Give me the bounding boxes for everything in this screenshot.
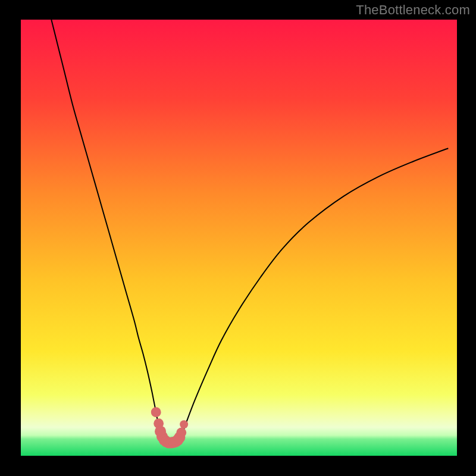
chart-frame: TheBottleneck.com: [0, 0, 476, 476]
sweet-spot-point: [180, 420, 188, 428]
plot-area: [21, 20, 457, 456]
sweet-spot-point: [176, 428, 186, 438]
gradient-background: [21, 20, 457, 456]
sweet-spot-point: [151, 407, 161, 417]
chart-svg: [21, 20, 457, 456]
watermark-text: TheBottleneck.com: [356, 2, 470, 18]
